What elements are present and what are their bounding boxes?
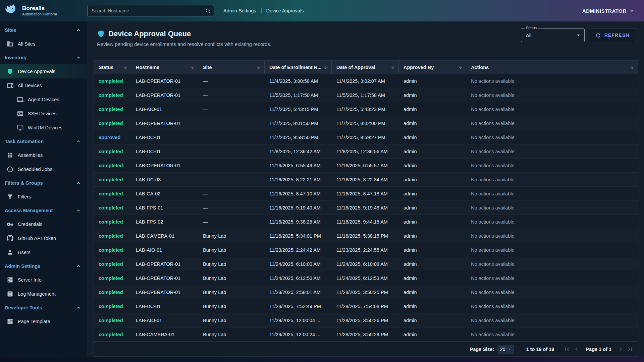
column-filter-icon[interactable]	[390, 64, 396, 70]
column-header-approved-by[interactable]: Approved By	[399, 61, 466, 74]
sidebar-item-winrm-devices[interactable]: WinRM Devices	[0, 121, 87, 135]
first-page-button[interactable]	[564, 346, 571, 353]
cell-actions: No actions available	[466, 276, 638, 281]
sidebar-item-log-management[interactable]: Log Management	[0, 287, 87, 301]
sidebar-item-github-api-token[interactable]: GitHub API Token	[0, 231, 87, 245]
cell-approval-date: 11/24/2025, 6:12:53 AM	[332, 276, 399, 281]
cell-approved-by: admin	[399, 177, 466, 182]
table-footer: Page Size: 20 1 to 19 of 19 Page 1 of 1	[94, 342, 638, 356]
sidebar-item-users[interactable]: Users	[0, 245, 87, 259]
column-header-date-of-approval[interactable]: Date of Approval	[332, 61, 399, 74]
sidebar-section-access-management[interactable]: Access Management	[0, 204, 87, 217]
brand-title: Borealis	[22, 5, 57, 12]
table-row[interactable]: completedLAB-OPERATOR-01Bunny Lab11/24/2…	[94, 257, 638, 271]
sidebar-section-label: Developer Tools	[5, 305, 42, 310]
search-icon	[205, 8, 211, 14]
last-page-button[interactable]	[626, 346, 634, 353]
cell-site: —	[198, 93, 265, 98]
column-header-site[interactable]: Site	[198, 61, 265, 74]
sidebar-item-page-template[interactable]: Page Template	[0, 314, 87, 328]
table-row[interactable]: completedLAB-OPERATOR-01Bunny Lab11/28/2…	[94, 285, 638, 299]
cell-approval-date: 11/7/2025, 9:59:27 PM	[332, 135, 399, 140]
column-filter-icon[interactable]	[190, 64, 195, 70]
top-link-admin-settings[interactable]: Admin Settings	[223, 8, 256, 13]
server-icon	[7, 277, 13, 283]
sidebar-item-credentials[interactable]: Credentials	[0, 217, 87, 231]
table-row[interactable]: completedLAB-DC-01—11/8/2025, 12:36:42 A…	[94, 144, 638, 159]
cell-status: completed	[94, 261, 131, 267]
terminal-icon	[17, 110, 23, 117]
table-row[interactable]: completedLAB-OPERATOR-01—11/4/2025, 3:00…	[94, 74, 638, 88]
cell-enrollment-date: 11/24/2025, 6:12:50 AM	[265, 276, 332, 281]
column-header-hostname[interactable]: Hostname	[131, 61, 198, 74]
table-row[interactable]: completedLAB-AIO-01—11/7/2025, 5:43:15 P…	[94, 102, 638, 116]
main-content: Device Approval Queue Review pending dev…	[87, 21, 644, 357]
cell-actions: No actions available	[466, 233, 638, 239]
table-row[interactable]: completedLAB-DC-03—11/16/2025, 8:22:21 A…	[94, 173, 638, 187]
table-row[interactable]: completedLAB-AIO-01Bunny Lab11/29/2025, …	[94, 313, 638, 327]
refresh-button[interactable]: REFRESH	[589, 28, 636, 42]
table-row[interactable]: completedLAB-OPERATOR-01—11/7/2025, 8:01…	[94, 116, 638, 130]
cell-status: completed	[94, 177, 131, 182]
sidebar-item-device-approvals[interactable]: Device Approvals	[0, 64, 87, 78]
table-row[interactable]: completedLAB-DC-01Bunny Lab11/28/2025, 7…	[94, 299, 638, 313]
sidebar-section-label: Access Management	[5, 208, 53, 213]
column-header-date-of-enrollment-r[interactable]: Date of Enrollment R...	[265, 61, 332, 74]
sidebar-item-assemblies[interactable]: Assemblies	[0, 148, 87, 162]
table-row[interactable]: completedLAB-CAMERA-01Bunny Lab11/16/202…	[94, 229, 638, 243]
sidebar-section-admin-settings[interactable]: Admin Settings	[0, 259, 87, 273]
cell-enrollment-date: 11/23/2025, 2:24:42 AM	[265, 247, 332, 253]
person-icon	[7, 249, 13, 256]
next-page-button[interactable]	[617, 346, 624, 353]
sidebar-item-filters[interactable]: Filters	[0, 190, 87, 204]
sidebar-section-developer-tools[interactable]: Developer Tools	[0, 301, 87, 314]
search-input[interactable]	[87, 5, 214, 16]
sidebar-section-sites[interactable]: Sites	[0, 23, 87, 37]
table-row[interactable]: completedLAB-OPERATOR-01Bunny Lab11/24/2…	[94, 271, 638, 285]
sidebar-item-label: WinRM Devices	[28, 125, 62, 130]
cell-approval-date: 11/28/2025, 3:50:26 PM	[332, 318, 399, 323]
table-row[interactable]: approvedLAB-DC-01—11/7/2025, 9:58:50 PM1…	[94, 130, 638, 144]
sidebar-section-task-automation[interactable]: Task Automation	[0, 135, 87, 148]
cell-hostname: LAB-OPERATOR-01	[131, 290, 198, 295]
sidebar-section-inventory[interactable]: Inventory	[0, 51, 87, 64]
page-size-select[interactable]: 20	[497, 345, 514, 354]
column-filter-icon[interactable]	[122, 64, 128, 70]
cell-status: completed	[94, 121, 131, 126]
column-filter-icon[interactable]	[458, 64, 463, 70]
cell-actions: No actions available	[466, 318, 638, 323]
table-row[interactable]: completedLAB-CAMERA-01Bunny Lab11/29/202…	[94, 327, 638, 342]
table-row[interactable]: completedLAB-OPERATOR-01—11/16/2025, 6:5…	[94, 159, 638, 173]
column-header-status[interactable]: Status	[94, 61, 131, 74]
cell-actions: No actions available	[466, 78, 638, 84]
column-header-label: Date of Enrollment R...	[269, 65, 323, 70]
cell-enrollment-date: 11/4/2025, 3:00:58 AM	[265, 78, 332, 84]
cell-approved-by: admin	[399, 107, 466, 112]
sidebar-item-all-sites[interactable]: All Sites	[0, 37, 87, 51]
column-filter-icon[interactable]	[629, 64, 635, 70]
cell-approval-date: 11/16/2025, 5:38:15 PM	[332, 233, 399, 239]
top-link-device-approvals[interactable]: Device Approvals	[266, 8, 304, 13]
column-filter-icon[interactable]	[323, 64, 329, 70]
cell-status: completed	[94, 290, 131, 295]
table-row[interactable]: completedLAB-CA-02—11/16/2025, 8:47:10 A…	[94, 187, 638, 201]
table-row[interactable]: completedLAB-OPERATOR-01—11/5/2025, 1:17…	[94, 88, 638, 102]
sidebar-item-all-devices[interactable]: All Devices	[0, 78, 87, 93]
top-links: Admin Settings Device Approvals	[223, 8, 304, 13]
sidebar-item-ssh-devices[interactable]: SSH Devices	[0, 107, 87, 121]
sidebar-item-server-info[interactable]: Server Info	[0, 273, 87, 287]
cell-actions: No actions available	[466, 177, 638, 182]
table-row[interactable]: completedLAB-FPS-02—11/16/2025, 9:38:26 …	[94, 215, 638, 229]
column-header-actions[interactable]: Actions	[466, 61, 638, 74]
shield-icon	[7, 68, 13, 75]
column-filter-icon[interactable]	[256, 64, 262, 70]
sidebar-item-scheduled-jobs[interactable]: Scheduled Jobs	[0, 162, 87, 176]
sidebar-item-agent-devices[interactable]: Agent Devices	[0, 93, 87, 107]
previous-page-button[interactable]	[573, 346, 580, 353]
table-row[interactable]: completedLAB-AIO-01Bunny Lab11/23/2025, …	[94, 243, 638, 257]
user-menu[interactable]: ADMINISTRATOR	[582, 7, 635, 14]
sidebar-section-filters-groups[interactable]: Filters & Groups	[0, 176, 87, 190]
cell-hostname: LAB-OPERATOR-01	[131, 261, 198, 267]
table-row[interactable]: completedLAB-FPS-01—11/16/2025, 9:19:40 …	[94, 201, 638, 215]
status-filter-select[interactable]: Status All	[521, 28, 585, 42]
